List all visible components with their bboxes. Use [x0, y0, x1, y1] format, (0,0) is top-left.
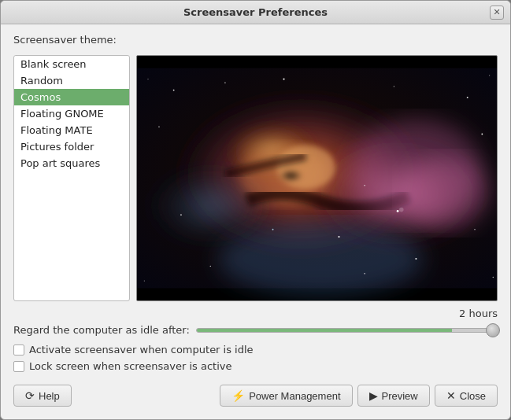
theme-item-floating-gnome[interactable]: Floating GNOME	[14, 105, 129, 122]
activate-screensaver-checkbox[interactable]	[13, 344, 24, 356]
help-label: Help	[39, 390, 60, 402]
close-icon: ✕	[446, 389, 456, 402]
close-window-button[interactable]: ✕	[490, 6, 504, 20]
theme-item-random[interactable]: Random	[14, 72, 129, 89]
idle-row: Regard the computer as idle after:	[13, 324, 498, 336]
svg-point-31	[144, 281, 145, 282]
power-icon: ⚡	[231, 389, 245, 402]
svg-point-28	[147, 79, 148, 79]
buttons-row: ⟳ Help ⚡ Power Management ▶ Preview ✕ Cl…	[13, 385, 498, 410]
idle-slider-fill	[197, 329, 452, 332]
idle-slider-track	[196, 328, 498, 333]
nebula-preview-svg	[137, 56, 497, 300]
close-button[interactable]: ✕ Close	[435, 385, 498, 407]
svg-point-18	[180, 214, 182, 216]
svg-point-12	[224, 83, 225, 83]
lock-screen-label: Lock screen when screensaver is active	[29, 360, 232, 372]
idle-slider-thumb[interactable]	[486, 323, 500, 337]
theme-item-floating-mate[interactable]: Floating MATE	[14, 122, 129, 138]
preview-button[interactable]: ▶ Preview	[357, 385, 430, 407]
titlebar: Screensaver Preferences ✕	[1, 1, 510, 24]
svg-point-10	[218, 222, 424, 295]
window-title: Screensaver Preferences	[183, 6, 328, 18]
theme-item-blank-screen[interactable]: Blank screen	[14, 56, 129, 72]
close-label: Close	[460, 390, 486, 402]
svg-point-23	[397, 210, 399, 212]
svg-point-14	[394, 86, 394, 87]
main-content: Screensaver theme: Blank screen Random C…	[1, 24, 510, 419]
svg-point-22	[364, 273, 365, 274]
right-buttons: ⚡ Power Management ▶ Preview ✕ Close	[220, 385, 498, 407]
theme-item-pop-art-squares[interactable]: Pop art squares	[14, 155, 129, 171]
svg-point-26	[272, 229, 274, 230]
idle-after-label: Regard the computer as idle after:	[13, 324, 190, 336]
svg-point-21	[210, 266, 211, 267]
theme-item-pictures-folder[interactable]: Pictures folder	[14, 138, 129, 155]
svg-point-17	[481, 134, 483, 135]
svg-point-9	[402, 157, 490, 230]
power-management-button[interactable]: ⚡ Power Management	[220, 385, 352, 407]
theme-item-cosmos[interactable]: Cosmos	[14, 89, 129, 105]
activate-checkbox-row: Activate screensaver when computer is id…	[13, 344, 498, 356]
screensaver-preferences-window: Screensaver Preferences ✕ Screensaver th…	[0, 0, 511, 420]
main-area: Blank screen Random Cosmos Floating GNOM…	[13, 55, 498, 301]
preview-image	[136, 55, 498, 301]
help-button[interactable]: ⟳ Help	[13, 385, 72, 407]
lock-screen-checkbox[interactable]	[13, 361, 24, 372]
svg-point-13	[283, 78, 284, 79]
idle-section: 2 hours Regard the computer as idle afte…	[13, 308, 498, 336]
svg-point-11	[173, 90, 175, 91]
svg-point-15	[467, 97, 468, 98]
help-icon: ⟳	[25, 389, 35, 402]
svg-point-29	[489, 75, 490, 76]
svg-point-16	[158, 126, 159, 127]
svg-point-19	[474, 229, 475, 230]
activate-screensaver-label: Activate screensaver when computer is id…	[29, 344, 254, 356]
idle-hours-label: 2 hours	[458, 308, 498, 319]
preview-icon: ▶	[369, 389, 378, 402]
preview-label: Preview	[382, 390, 418, 402]
theme-list[interactable]: Blank screen Random Cosmos Floating GNOM…	[13, 55, 130, 301]
svg-point-27	[364, 185, 365, 186]
theme-section-label: Screensaver theme:	[13, 34, 498, 46]
svg-point-25	[338, 236, 339, 238]
svg-point-24	[399, 208, 404, 212]
idle-slider-container	[196, 328, 498, 333]
svg-point-30	[493, 277, 494, 278]
idle-hours-row: 2 hours	[13, 308, 498, 319]
power-label: Power Management	[249, 390, 340, 402]
checkboxes-section: Activate screensaver when computer is id…	[13, 344, 498, 372]
lock-checkbox-row: Lock screen when screensaver is active	[13, 360, 498, 372]
svg-point-20	[415, 258, 417, 260]
